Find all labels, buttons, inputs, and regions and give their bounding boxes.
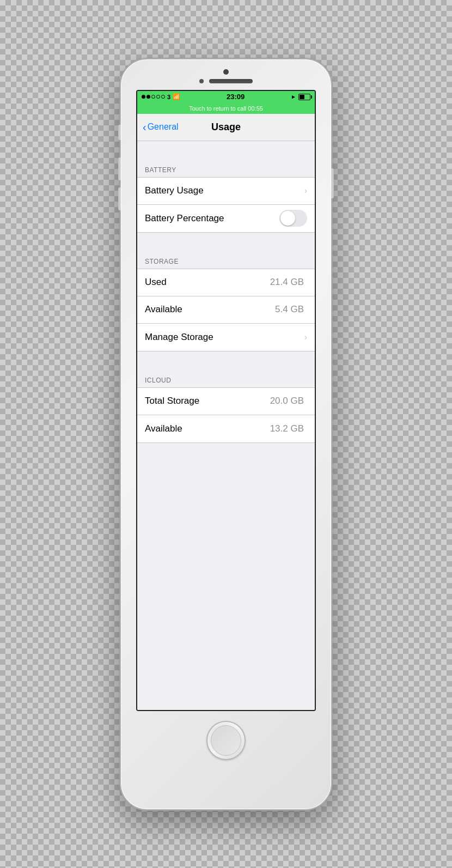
storage-available-label: Available (145, 304, 275, 315)
storage-used-label: Used (145, 277, 270, 288)
camera (223, 69, 229, 75)
storage-available-value: 5.4 GB (275, 304, 304, 315)
bottom-spacer (137, 443, 315, 465)
battery-header-text: BATTERY (145, 166, 176, 174)
signal-dot-3 (151, 95, 155, 99)
back-label: General (148, 122, 179, 132)
icloud-total-value: 20.0 GB (270, 396, 304, 406)
manage-storage-label: Manage Storage (145, 332, 304, 343)
back-arrow-icon: ‹ (143, 122, 146, 132)
home-button[interactable] (206, 721, 246, 760)
battery-spacer (137, 141, 315, 157)
icloud-spacer (137, 351, 315, 368)
toggle-thumb (280, 211, 295, 226)
signal-dot-2 (146, 95, 150, 99)
volume-up-button[interactable] (118, 157, 121, 180)
storage-available-row: Available 5.4 GB (137, 296, 315, 324)
icloud-total-label: Total Storage (145, 396, 270, 406)
carrier-label: 3 (167, 94, 170, 100)
location-icon: ► (291, 94, 296, 100)
icloud-total-row: Total Storage 20.0 GB (137, 388, 315, 415)
manage-storage-chevron-icon: › (304, 333, 307, 342)
storage-spacer (137, 233, 315, 249)
power-button[interactable] (331, 168, 334, 198)
storage-section-header: STORAGE (137, 249, 315, 269)
wifi-icon: 📶 (173, 93, 180, 100)
volume-down-button[interactable] (118, 187, 121, 210)
phone-top-area (121, 59, 331, 83)
signal-strength (142, 95, 165, 99)
manage-storage-row[interactable]: Manage Storage › (137, 324, 315, 351)
icloud-section-header: ICLOUD (137, 368, 315, 387)
status-left: 3 📶 (142, 93, 180, 100)
icloud-available-label: Available (145, 423, 270, 434)
icloud-available-row: Available 13.2 GB (137, 415, 315, 442)
back-button[interactable]: ‹ General (143, 122, 179, 132)
storage-header-text: STORAGE (145, 258, 179, 265)
home-button-inner (211, 725, 241, 756)
battery-percentage-label: Battery Percentage (145, 213, 279, 224)
battery-usage-row[interactable]: Battery Usage › (137, 178, 315, 205)
storage-used-row: Used 21.4 GB (137, 269, 315, 296)
battery-icon (298, 94, 310, 100)
mute-switch[interactable] (118, 125, 121, 140)
sensor-dot (199, 79, 204, 83)
speaker-grille (209, 79, 253, 83)
phone-screen: 3 📶 23:09 ► Touch to return to call 00:5… (136, 90, 316, 711)
chevron-icon: › (304, 186, 307, 195)
speaker-area (199, 79, 253, 83)
signal-dot-1 (142, 95, 145, 99)
storage-group: Used 21.4 GB Available 5.4 GB Manage Sto… (137, 269, 315, 351)
status-right: ► (291, 94, 310, 100)
signal-dot-4 (156, 95, 160, 99)
storage-used-value: 21.4 GB (270, 277, 304, 288)
screen-content: BATTERY Battery Usage › Battery Percenta… (137, 141, 315, 710)
status-bar: 3 📶 23:09 ► Touch to return to call 00:5… (137, 91, 315, 114)
battery-percentage-row: Battery Percentage (137, 205, 315, 232)
battery-usage-label: Battery Usage (145, 185, 304, 196)
icloud-group: Total Storage 20.0 GB Available 13.2 GB (137, 387, 315, 443)
page-title: Usage (211, 122, 241, 133)
battery-percentage-toggle[interactable] (279, 210, 307, 227)
battery-fill (300, 95, 304, 99)
icloud-available-value: 13.2 GB (270, 423, 304, 434)
battery-section-header: BATTERY (137, 157, 315, 177)
phone-bottom (121, 711, 331, 770)
status-time: 23:09 (227, 93, 245, 101)
phone-frame: 3 📶 23:09 ► Touch to return to call 00:5… (120, 58, 332, 810)
battery-group: Battery Usage › Battery Percentage (137, 177, 315, 233)
signal-dot-5 (161, 95, 165, 99)
call-banner[interactable]: Touch to return to call 00:55 (137, 103, 315, 114)
navigation-bar: ‹ General Usage (137, 114, 315, 141)
icloud-header-text: ICLOUD (145, 377, 171, 384)
